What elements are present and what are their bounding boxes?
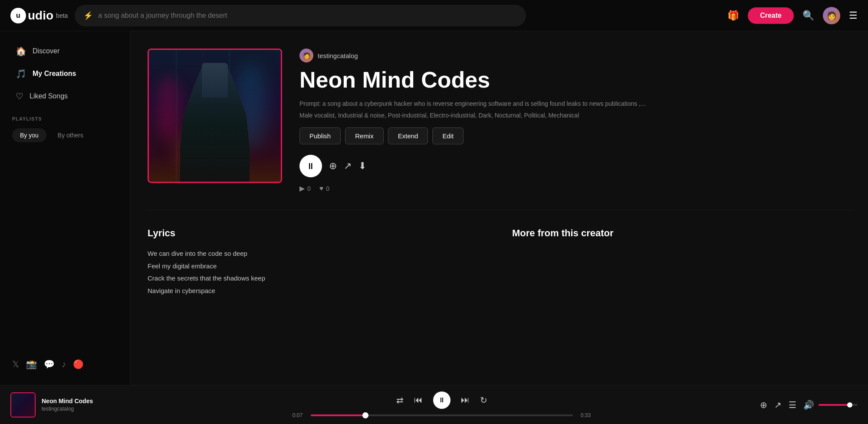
- bolt-icon: ⚡: [83, 11, 93, 20]
- volume-fill: [819, 404, 850, 406]
- lyrics-line-2: Crack the secrets that the shadows keep: [148, 272, 486, 285]
- artwork-figure: [149, 50, 281, 182]
- pause-button[interactable]: ⏸: [299, 155, 322, 177]
- song-artwork: [148, 49, 282, 183]
- remix-button[interactable]: Remix: [345, 127, 384, 144]
- next-button[interactable]: ⏭: [461, 395, 470, 405]
- player-track-name: Neon Mind Codes: [42, 398, 93, 404]
- play-icon: ▶: [299, 184, 305, 192]
- repeat-button[interactable]: ↻: [480, 395, 487, 405]
- sidebar-item-my-creations[interactable]: 🎵 My Creations: [3, 62, 126, 85]
- song-title: Neon Mind Codes: [299, 68, 851, 92]
- download-icon[interactable]: ⬇: [358, 160, 366, 172]
- avatar[interactable]: 🧑: [823, 7, 840, 24]
- figure-head: [202, 63, 228, 98]
- glow-pink: [155, 76, 181, 141]
- publish-button[interactable]: Publish: [299, 127, 341, 144]
- action-buttons: Publish Remix Extend Edit: [299, 127, 851, 144]
- player-thumbnail: [10, 392, 36, 417]
- creator-name[interactable]: testingcatalog: [318, 52, 358, 59]
- search-bar-container: ⚡: [75, 5, 526, 26]
- creator-row: 🧑 testingcatalog: [299, 49, 851, 62]
- lyrics-title: Lyrics: [148, 228, 486, 239]
- app-name: udio: [28, 9, 53, 23]
- topbar: u udio beta ⚡ 🎁 Create 🔍 🧑 ☰: [0, 0, 868, 31]
- song-detail: 🧑 testingcatalog Neon Mind Codes Prompt:…: [130, 31, 868, 210]
- progress-fill: [311, 414, 366, 416]
- logo[interactable]: u udio beta: [10, 8, 68, 23]
- instagram-icon[interactable]: 📸: [26, 359, 37, 369]
- sidebar-label-my-creations: My Creations: [33, 70, 76, 78]
- progress-row: 0:07 0:33: [290, 412, 594, 418]
- progress-thumb[interactable]: [362, 412, 368, 418]
- play-count: ▶ 0: [299, 184, 311, 192]
- volume-thumb[interactable]: [847, 402, 852, 408]
- creator-avatar: 🧑: [299, 49, 313, 62]
- song-info: 🧑 testingcatalog Neon Mind Codes Prompt:…: [282, 49, 851, 192]
- topbar-right: 🎁 Create 🔍 🧑 ☰: [727, 7, 858, 24]
- share-icon[interactable]: ↗: [344, 160, 352, 172]
- playlists-section-label: PLAYLISTS: [0, 108, 130, 125]
- progress-bar[interactable]: [311, 414, 573, 416]
- reddit-icon[interactable]: 🔴: [73, 359, 84, 369]
- song-tags: Male vocalist, Industrial & noise, Post-…: [299, 112, 851, 119]
- beta-label: beta: [56, 12, 68, 19]
- twitter-icon[interactable]: 𝕏: [12, 359, 19, 369]
- sidebar-item-liked-songs[interactable]: ♡ Liked Songs: [3, 85, 126, 108]
- play-button[interactable]: ⏸: [433, 391, 450, 409]
- lyrics-line-0: We can dive into the code so deep: [148, 248, 486, 260]
- social-icons: 𝕏 📸 💬 ♪ 🔴: [0, 352, 130, 376]
- home-icon: 🏠: [16, 46, 26, 56]
- heart-icon: ♥: [319, 185, 324, 192]
- extend-button[interactable]: Extend: [388, 127, 428, 144]
- total-time: 0:33: [578, 412, 594, 418]
- player-center: ⇄ ⏮ ⏸ ⏭ ↻ 0:07 0:33: [132, 391, 751, 418]
- player-track-info: Neon Mind Codes testingcatalog: [10, 392, 123, 417]
- player-buttons: ⇄ ⏮ ⏸ ⏭ ↻: [396, 391, 487, 409]
- sidebar-label-discover: Discover: [33, 47, 59, 55]
- music-icon: 🎵: [16, 68, 26, 79]
- lyrics-section: Lyrics We can dive into the code so deep…: [148, 228, 486, 297]
- volume-row: 🔊: [803, 400, 858, 410]
- playlist-tabs: By you By others: [0, 125, 130, 146]
- current-time: 0:07: [290, 412, 306, 418]
- search-icon[interactable]: 🔍: [802, 10, 814, 21]
- edit-button[interactable]: Edit: [432, 127, 464, 144]
- song-prompt: Prompt: a song about a cyberpunk hacker …: [299, 99, 851, 108]
- volume-bar[interactable]: [819, 404, 858, 406]
- discord-icon[interactable]: 💬: [44, 359, 55, 369]
- player-track-artist: testingcatalog: [42, 406, 93, 412]
- logo-icon: u: [10, 8, 26, 23]
- sidebar-item-discover[interactable]: 🏠 Discover: [3, 40, 126, 62]
- create-button[interactable]: Create: [748, 7, 794, 24]
- search-input[interactable]: [98, 12, 517, 20]
- gift-icon[interactable]: 🎁: [727, 10, 739, 21]
- prev-button[interactable]: ⏮: [414, 395, 423, 405]
- player-controls: ⏸ ⊕ ↗ ⬇: [299, 155, 851, 177]
- heart-outline-icon: ♡: [16, 91, 23, 101]
- volume-icon[interactable]: 🔊: [803, 400, 814, 410]
- bottom-player: Neon Mind Codes testingcatalog ⇄ ⏮ ⏸ ⏭ ↻…: [0, 385, 868, 424]
- shuffle-button[interactable]: ⇄: [396, 395, 404, 405]
- sidebar-label-liked-songs: Liked Songs: [30, 92, 68, 100]
- player-thumb-art: [11, 393, 35, 417]
- player-right: ⊕ ↗ ☰ 🔊: [760, 400, 858, 410]
- add-to-queue-button[interactable]: ⊕: [760, 400, 767, 410]
- main-content: 🧑 testingcatalog Neon Mind Codes Prompt:…: [130, 31, 868, 385]
- body-layout: 🏠 Discover 🎵 My Creations ♡ Liked Songs …: [0, 31, 868, 385]
- play-count-value: 0: [307, 185, 311, 192]
- more-from-title: More from this creator: [512, 228, 851, 239]
- menu-icon[interactable]: ☰: [849, 10, 858, 21]
- lyrics-line-1: Feel my digital embrace: [148, 260, 486, 273]
- lyrics-line-3: Navigate in cyberspace: [148, 285, 486, 297]
- add-to-playlist-icon[interactable]: ⊕: [329, 160, 337, 172]
- tiktok-icon[interactable]: ♪: [62, 359, 66, 369]
- like-count-value: 0: [326, 185, 329, 192]
- player-track-meta: Neon Mind Codes testingcatalog: [42, 398, 93, 412]
- more-from-section: More from this creator: [512, 228, 851, 297]
- tab-by-you[interactable]: By you: [12, 128, 46, 142]
- stats-row: ▶ 0 ♥ 0: [299, 184, 851, 192]
- tab-by-others[interactable]: By others: [50, 128, 91, 142]
- queue-button[interactable]: ☰: [789, 400, 796, 410]
- share-song-button[interactable]: ↗: [774, 400, 782, 410]
